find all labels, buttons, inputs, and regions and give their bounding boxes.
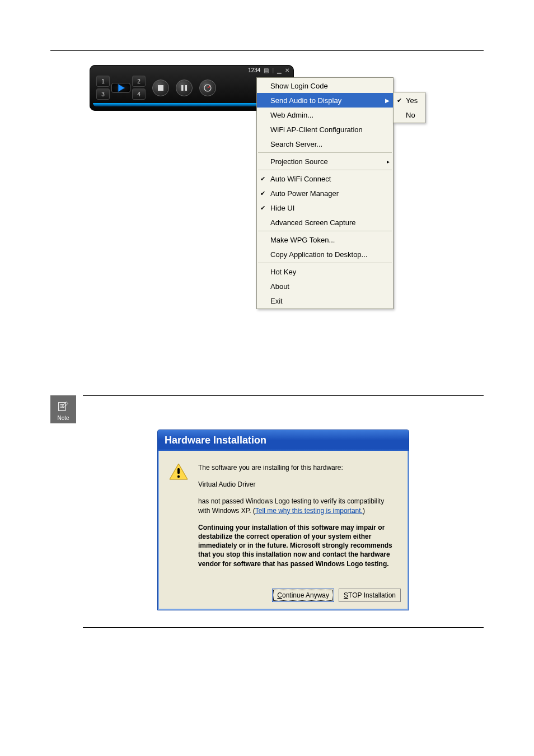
dialog-warning: Continuing your installation of this sof… bbox=[198, 523, 397, 568]
chevron-right-icon: ▶ bbox=[385, 97, 390, 104]
menu-separator bbox=[258, 170, 392, 170]
check-icon: ✔ bbox=[397, 97, 402, 104]
dialog-logo-test: has not passed Windows Logo testing to v… bbox=[198, 497, 397, 515]
dialog-title: Hardware Installation bbox=[158, 430, 409, 451]
top-rule bbox=[50, 50, 484, 51]
pause-button[interactable] bbox=[176, 80, 193, 96]
context-menu: Show Login Code Send Audio to Display▶ W… bbox=[256, 77, 394, 309]
menu-show-login[interactable]: Show Login Code bbox=[257, 78, 393, 93]
menu-web-admin[interactable]: Web Admin... bbox=[257, 108, 393, 122]
menu-send-audio[interactable]: Send Audio to Display▶ bbox=[257, 93, 393, 108]
quad-4[interactable]: 4 bbox=[132, 88, 146, 100]
figure-player-menu: 1234 ▤ | ▁ ✕ 1 2 3 4 bbox=[90, 65, 484, 317]
menu-separator bbox=[258, 231, 392, 231]
note-label: Note bbox=[57, 415, 69, 421]
note-icon: Note bbox=[50, 395, 76, 423]
menu-hot-key[interactable]: Hot Key bbox=[257, 264, 393, 279]
warning-icon bbox=[169, 463, 188, 576]
menu-exit[interactable]: Exit bbox=[257, 293, 393, 308]
dialog-link[interactable]: Tell me why this testing is important. bbox=[255, 507, 363, 515]
check-icon: ✔ bbox=[260, 190, 265, 197]
menu-adv-capture[interactable]: Advanced Screen Capture bbox=[257, 215, 393, 230]
gauge-button[interactable] bbox=[199, 80, 216, 96]
menu-wifi-ap[interactable]: WiFi AP-Client Configuration bbox=[257, 122, 393, 137]
menu-make-token[interactable]: Make WPG Token... bbox=[257, 232, 393, 247]
svg-rect-11 bbox=[177, 468, 180, 474]
menu-icon[interactable]: ▤ bbox=[264, 67, 269, 73]
check-icon: ✔ bbox=[260, 175, 265, 183]
dialog-driver: Virtual Audio Driver bbox=[198, 480, 397, 489]
menu-search-server[interactable]: Search Server... bbox=[257, 137, 393, 151]
submenu-no[interactable]: No bbox=[394, 108, 425, 122]
menu-separator bbox=[258, 152, 392, 153]
gauge-icon bbox=[204, 84, 212, 92]
minimize-icon[interactable]: ▁ bbox=[277, 67, 282, 73]
close-icon[interactable]: ✕ bbox=[285, 67, 289, 73]
chevron-right-icon: ▸ bbox=[387, 158, 390, 165]
menu-copy-app[interactable]: Copy Application to Desktop... bbox=[257, 247, 393, 262]
quad-3[interactable]: 3 bbox=[96, 88, 110, 100]
notepad-pencil-icon bbox=[57, 400, 69, 413]
stop-installation-button[interactable]: STOP Installation bbox=[339, 589, 401, 602]
svg-marker-0 bbox=[118, 84, 125, 92]
svg-line-5 bbox=[208, 86, 210, 88]
svg-rect-3 bbox=[185, 85, 188, 91]
stop-button[interactable] bbox=[152, 80, 169, 96]
hardware-install-dialog: Hardware Installation The software you a… bbox=[157, 430, 409, 610]
menu-separator bbox=[258, 263, 392, 263]
continue-anyway-button[interactable]: Continue Anyway bbox=[272, 589, 334, 602]
svg-rect-1 bbox=[158, 85, 163, 91]
submenu-yes[interactable]: ✔Yes bbox=[394, 93, 425, 108]
quadrant-selector: 1 2 3 4 bbox=[96, 76, 146, 100]
submenu-send-audio: ✔Yes No bbox=[393, 92, 425, 123]
svg-rect-2 bbox=[181, 85, 184, 91]
bottom-rule bbox=[83, 627, 484, 628]
dialog-text: The software you are installing for this… bbox=[198, 463, 397, 576]
player-code: 1234 bbox=[248, 67, 260, 73]
quad-2[interactable]: 2 bbox=[132, 76, 146, 87]
menu-auto-wifi[interactable]: ✔Auto WiFi Connect bbox=[257, 171, 393, 186]
note-content: Hardware Installation The software you a… bbox=[83, 395, 484, 628]
play-icon bbox=[116, 83, 125, 92]
menu-auto-power[interactable]: ✔Auto Power Manager bbox=[257, 186, 393, 200]
quad-1[interactable]: 1 bbox=[96, 76, 110, 87]
play-button[interactable] bbox=[111, 83, 130, 93]
stop-icon bbox=[157, 85, 164, 91]
menu-about[interactable]: About bbox=[257, 279, 393, 293]
svg-point-12 bbox=[177, 475, 180, 478]
menu-hide-ui[interactable]: ✔Hide UI bbox=[257, 200, 393, 215]
menu-projection-source[interactable]: Projection Source▸ bbox=[257, 154, 393, 169]
separator: | bbox=[272, 67, 274, 73]
check-icon: ✔ bbox=[260, 204, 265, 212]
dialog-line1: The software you are installing for this… bbox=[198, 463, 397, 472]
player-titlebar: 1234 ▤ | ▁ ✕ bbox=[93, 67, 291, 73]
note-section: Note Hardware Installation The software … bbox=[50, 395, 484, 628]
pause-icon bbox=[181, 85, 188, 91]
